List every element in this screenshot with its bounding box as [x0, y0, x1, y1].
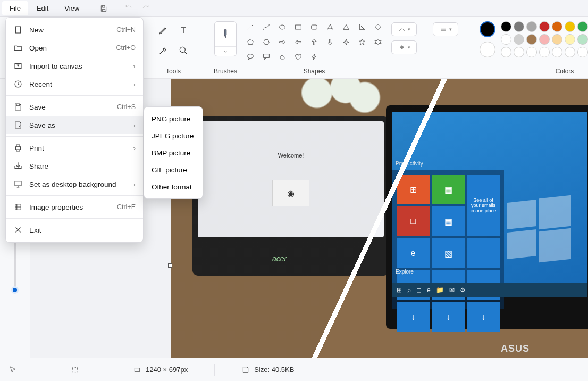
- star4-shape-icon[interactable]: [340, 36, 352, 48]
- color2-swatch[interactable]: [480, 42, 495, 57]
- save-as-png[interactable]: PNG picture: [144, 110, 201, 127]
- brushes-label: Brushes: [214, 68, 237, 75]
- color-swatch[interactable]: [539, 21, 550, 32]
- menu-edit[interactable]: Edit: [29, 1, 56, 15]
- svg-rect-6: [16, 27, 21, 33]
- color-palette: [501, 21, 588, 57]
- curve-shape-icon[interactable]: [261, 21, 272, 33]
- chevron-right-icon: ›: [133, 121, 136, 129]
- save-as-gif[interactable]: GIF picture: [144, 161, 201, 178]
- shape-fill-button[interactable]: ▾: [391, 40, 417, 54]
- star6-shape-icon[interactable]: [372, 36, 384, 48]
- empty-swatch[interactable]: [526, 47, 537, 57]
- pentagon-shape-icon[interactable]: [245, 36, 256, 48]
- brushes-group: Brushes: [208, 20, 242, 77]
- menu-file[interactable]: File: [2, 1, 28, 15]
- callout-cloud-shape-icon[interactable]: [276, 51, 288, 63]
- color-swatch[interactable]: [565, 34, 575, 45]
- color-swatch[interactable]: [552, 21, 562, 32]
- resize-handle[interactable]: [168, 263, 172, 268]
- divider: [116, 3, 116, 14]
- hexagon-shape-icon[interactable]: [261, 36, 272, 48]
- triangle-shape-icon[interactable]: [340, 21, 352, 33]
- empty-swatch[interactable]: [565, 47, 575, 57]
- color-swatch[interactable]: [577, 21, 588, 32]
- right-triangle-shape-icon[interactable]: [356, 21, 368, 33]
- color-swatch[interactable]: [577, 34, 588, 45]
- chevron-right-icon: ›: [133, 180, 136, 188]
- svg-rect-9: [16, 147, 21, 150]
- star5-shape-icon[interactable]: [356, 36, 368, 48]
- save-as-icon: [13, 120, 23, 130]
- pencil-tool-icon[interactable]: [154, 21, 172, 39]
- callout-round-shape-icon[interactable]: [245, 51, 256, 63]
- color-swatch[interactable]: [526, 21, 537, 32]
- svg-point-1: [280, 25, 285, 29]
- rect-shape-icon[interactable]: [292, 21, 304, 33]
- color1-swatch[interactable]: [480, 21, 495, 37]
- color-swatch[interactable]: [514, 34, 524, 45]
- save-as-jpeg[interactable]: JPEG picture: [144, 127, 201, 144]
- cursor-icon: [9, 366, 17, 374]
- save-as-other[interactable]: Other format: [144, 178, 201, 195]
- empty-swatch[interactable]: [501, 47, 511, 57]
- stroke-width-button[interactable]: ▾: [433, 22, 458, 36]
- polygon-shape-icon[interactable]: [324, 21, 336, 33]
- shape-outline-button[interactable]: ▾: [391, 22, 417, 36]
- disk-icon: [241, 366, 250, 374]
- heart-shape-icon[interactable]: [292, 51, 304, 63]
- empty-swatch[interactable]: [539, 47, 550, 57]
- menu-set-background[interactable]: Set as desktop background›: [6, 175, 143, 193]
- magnifier-tool-icon[interactable]: [174, 42, 192, 60]
- color-swatch[interactable]: [501, 34, 511, 45]
- color-swatch[interactable]: [565, 21, 575, 32]
- shapes-gallery[interactable]: [245, 21, 384, 63]
- chevron-right-icon: ›: [133, 80, 136, 88]
- empty-swatch[interactable]: [514, 47, 524, 57]
- print-icon: [13, 143, 23, 153]
- brush-picker[interactable]: [214, 21, 237, 56]
- zoom-slider-thumb[interactable]: [11, 286, 19, 294]
- stroke-group: ▾: [427, 20, 464, 77]
- color-swatch[interactable]: [552, 34, 562, 45]
- menu-open[interactable]: OpenCtrl+O: [6, 39, 143, 57]
- line-shape-icon[interactable]: [245, 21, 256, 33]
- menu-view[interactable]: View: [57, 1, 87, 15]
- menu-image-properties[interactable]: Image propertiesCtrl+E: [6, 198, 143, 216]
- lightning-shape-icon[interactable]: [308, 51, 320, 63]
- empty-swatch[interactable]: [577, 47, 588, 57]
- text-tool-icon[interactable]: [174, 21, 192, 39]
- canvas-image[interactable]: Welcome! ◉ acer Productivity ⊞ ▦ See all…: [171, 79, 588, 358]
- color-swatch[interactable]: [501, 21, 511, 32]
- roundrect-shape-icon[interactable]: [308, 21, 320, 33]
- callout-rect-shape-icon[interactable]: [261, 51, 272, 63]
- arrow-down-shape-icon[interactable]: [324, 36, 336, 48]
- close-icon: [13, 225, 23, 235]
- save-as-bmp[interactable]: BMP picture: [144, 144, 201, 161]
- arrow-up-shape-icon[interactable]: [308, 36, 320, 48]
- eyedropper-tool-icon[interactable]: [154, 42, 172, 60]
- redo-icon[interactable]: [138, 1, 154, 16]
- menu-import[interactable]: Import to canvas›: [6, 57, 143, 75]
- menu-print[interactable]: Print›: [6, 139, 143, 157]
- arrow-right-shape-icon[interactable]: [276, 36, 288, 48]
- svg-rect-2: [296, 25, 301, 29]
- save-icon[interactable]: [96, 1, 112, 16]
- selection-icon: [71, 366, 79, 374]
- empty-swatch[interactable]: [552, 47, 562, 57]
- color-swatch[interactable]: [539, 34, 550, 45]
- arrow-left-shape-icon[interactable]: [292, 36, 304, 48]
- undo-icon[interactable]: [121, 1, 137, 16]
- menu-new[interactable]: NewCtrl+N: [6, 21, 143, 39]
- menu-share[interactable]: Share: [6, 157, 143, 175]
- menu-save[interactable]: SaveCtrl+S: [6, 98, 143, 116]
- menu-save-as[interactable]: Save as›: [6, 116, 143, 134]
- color-swatch[interactable]: [514, 21, 524, 32]
- menu-recent[interactable]: Recent›: [6, 75, 143, 93]
- save-icon: [13, 102, 23, 112]
- diamond-shape-icon[interactable]: [372, 21, 384, 33]
- color-swatch[interactable]: [526, 34, 537, 45]
- share-icon: [13, 161, 23, 171]
- oval-shape-icon[interactable]: [276, 21, 288, 33]
- menu-exit[interactable]: Exit: [6, 221, 143, 239]
